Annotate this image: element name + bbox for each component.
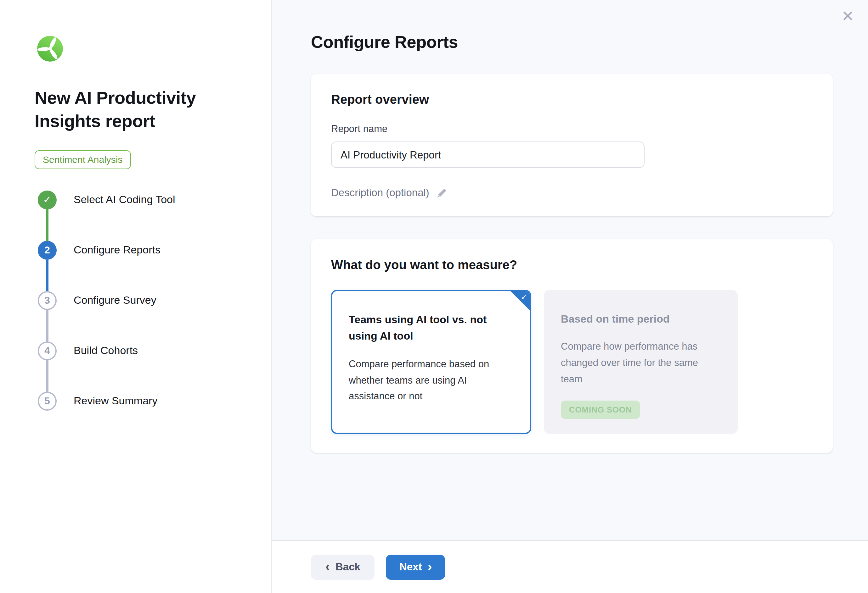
step-connector [46, 310, 49, 341]
step-label: Configure Survey [74, 294, 156, 307]
back-button[interactable]: ‹ Back [311, 554, 375, 580]
measure-card: What do you want to measure? ✓ Teams usi… [311, 239, 833, 453]
step-number: 4 [44, 345, 50, 356]
close-icon[interactable]: ✕ [841, 9, 854, 24]
coming-soon-badge: COMING SOON [561, 400, 640, 419]
option-teams-vs-not[interactable]: ✓ Teams using AI tool vs. not using AI t… [331, 290, 531, 434]
description-optional-label: Description (optional) [331, 187, 429, 199]
step-label: Configure Reports [74, 244, 161, 256]
main-panel: ✕ Configure Reports Report overview Repo… [272, 0, 868, 593]
step-select-ai-coding-tool[interactable]: ✓ Select AI Coding Tool [35, 191, 271, 209]
step-build-cohorts[interactable]: 4 Build Cohorts [35, 341, 271, 361]
check-icon: ✓ [521, 293, 527, 302]
step-label: Select AI Coding Tool [74, 194, 175, 206]
chevron-left-icon: ‹ [325, 560, 330, 573]
chevron-right-icon: › [427, 560, 432, 573]
wizard-title: New AI Productivity Insights report [35, 87, 246, 133]
option-description: Compare performance based on whether tea… [349, 356, 514, 404]
step-configure-reports[interactable]: 2 Configure Reports [35, 241, 271, 260]
option-title: Teams using AI tool vs. not using AI too… [349, 312, 514, 345]
selected-corner [510, 290, 531, 311]
step-4-indicator: 4 [38, 341, 57, 361]
report-overview-title: Report overview [331, 93, 813, 107]
report-name-input[interactable] [331, 141, 645, 168]
step-label: Review Summary [74, 395, 157, 408]
step-5-indicator: 5 [38, 392, 57, 411]
step-connector [46, 260, 49, 291]
step-connector [46, 209, 49, 241]
check-icon: ✓ [43, 194, 52, 206]
wizard-window: New AI Productivity Insights report Sent… [0, 0, 868, 593]
step-number: 3 [44, 295, 50, 306]
page-title: Configure Reports [311, 0, 833, 52]
report-name-label: Report name [331, 123, 813, 135]
back-button-label: Back [335, 561, 360, 573]
wizard-footer: ‹ Back Next › [272, 540, 868, 593]
step-label: Build Cohorts [74, 344, 138, 357]
next-button[interactable]: Next › [386, 554, 445, 580]
option-description: Compare how performance has changed over… [561, 338, 721, 387]
step-connector [46, 361, 49, 392]
sentiment-analysis-badge: Sentiment Analysis [35, 150, 131, 169]
measure-question: What do you want to measure? [331, 258, 813, 272]
next-button-label: Next [399, 561, 422, 573]
step-review-summary[interactable]: 5 Review Summary [35, 392, 271, 411]
step-number: 5 [44, 396, 50, 407]
pencil-icon [436, 187, 447, 199]
sidebar: New AI Productivity Insights report Sent… [0, 0, 272, 593]
wizard-stepper: ✓ Select AI Coding Tool 2 Configure Repo… [35, 191, 271, 411]
step-2-indicator: 2 [38, 241, 57, 260]
step-3-indicator: 3 [38, 291, 57, 310]
step-number: 2 [44, 244, 50, 256]
configure-reports-content: ✕ Configure Reports Report overview Repo… [272, 0, 868, 540]
option-time-period: Based on time period Compare how perform… [544, 290, 738, 434]
step-1-indicator: ✓ [38, 191, 57, 209]
option-title: Based on time period [561, 311, 721, 328]
step-configure-survey[interactable]: 3 Configure Survey [35, 291, 271, 310]
measure-options: ✓ Teams using AI tool vs. not using AI t… [331, 290, 813, 434]
add-description-control[interactable]: Description (optional) [331, 187, 447, 199]
report-overview-card: Report overview Report name Description … [311, 74, 833, 216]
propeller-logo-icon [37, 36, 63, 62]
